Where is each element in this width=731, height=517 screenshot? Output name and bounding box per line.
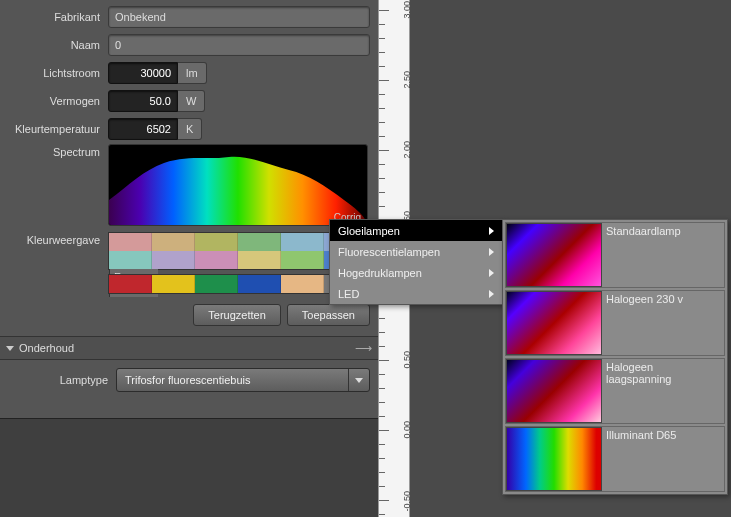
ruler-label: 0.50 bbox=[402, 351, 412, 369]
unit-vermogen: W bbox=[178, 90, 205, 112]
row-lichtstroom: Lichtstroom lm bbox=[0, 60, 378, 86]
input-vermogen[interactable] bbox=[108, 90, 178, 112]
preset-spectrum-icon bbox=[506, 223, 602, 287]
swatch bbox=[152, 233, 195, 251]
row-vermogen: Vermogen W bbox=[0, 88, 378, 114]
apply-button[interactable]: Toepassen bbox=[287, 304, 370, 326]
dropdown-icon bbox=[348, 369, 369, 391]
label-spectrum: Spectrum bbox=[0, 144, 108, 226]
preset-label: Illuminant D65 bbox=[602, 427, 724, 491]
select-lamptype-value: Trifosfor fluorescentiebuis bbox=[125, 374, 251, 386]
submenu-arrow-icon bbox=[489, 269, 494, 277]
swatch bbox=[195, 233, 238, 251]
swatch bbox=[281, 275, 324, 293]
submenu-arrow-icon bbox=[489, 290, 494, 298]
label-vermogen: Vermogen bbox=[0, 95, 108, 107]
ruler-label: 2.50 bbox=[402, 71, 412, 89]
swatch bbox=[152, 251, 195, 269]
section-title: Onderhoud bbox=[19, 342, 74, 354]
submenu-arrow-icon bbox=[489, 227, 494, 235]
label-kleurtemp: Kleurtemperatuur bbox=[0, 123, 108, 135]
submenu-gloeilampen: StandaardlampHalogeen 230 vHalogeen laag… bbox=[502, 219, 728, 495]
spectrum-preview[interactable]: Corrig bbox=[108, 144, 368, 226]
row-naam: Naam bbox=[0, 32, 378, 58]
properties-panel: Fabrikant Naam Lichtstroom lm Vermogen W… bbox=[0, 0, 379, 517]
button-row: Terugzetten Toepassen bbox=[0, 298, 378, 336]
menu-item[interactable]: Gloeilampen bbox=[330, 220, 502, 241]
spectrum-svg bbox=[109, 145, 367, 225]
input-fabrikant[interactable] bbox=[108, 6, 370, 28]
lamp-preset[interactable]: Halogeen laagspanning bbox=[505, 358, 725, 424]
swatch bbox=[109, 275, 152, 293]
swatch bbox=[238, 233, 281, 251]
swatch bbox=[195, 251, 238, 269]
lamp-preset[interactable]: Halogeen 230 v bbox=[505, 290, 725, 356]
input-naam[interactable] bbox=[108, 34, 370, 56]
input-lichtstroom[interactable] bbox=[108, 62, 178, 84]
form: Fabrikant Naam Lichtstroom lm Vermogen W… bbox=[0, 0, 378, 336]
context-menu: GloeilampenFluorescentielampenHogedrukla… bbox=[329, 219, 503, 305]
label-naam: Naam bbox=[0, 39, 108, 51]
preset-label: Halogeen laagspanning bbox=[602, 359, 724, 423]
row-spectrum: Spectrum Corrig bbox=[0, 144, 378, 226]
label-kleurweergave: Kleurweergave bbox=[0, 232, 108, 246]
row-lamptype: Lamptype Trifosfor fluorescentiebuis bbox=[0, 360, 378, 398]
swatch bbox=[238, 275, 281, 293]
swatch bbox=[238, 251, 281, 269]
empty-area bbox=[0, 418, 378, 517]
row-fabrikant: Fabrikant bbox=[0, 4, 378, 30]
select-lamptype[interactable]: Trifosfor fluorescentiebuis bbox=[116, 368, 370, 392]
preset-label: Standaardlamp bbox=[602, 223, 724, 287]
lamp-preset[interactable]: Standaardlamp bbox=[505, 222, 725, 288]
label-fabrikant: Fabrikant bbox=[0, 11, 108, 23]
preset-spectrum-icon bbox=[506, 427, 602, 491]
menu-item[interactable]: LED bbox=[330, 283, 502, 304]
preset-spectrum-icon bbox=[506, 359, 602, 423]
ruler-label: 0.00 bbox=[402, 421, 412, 439]
submenu-arrow-icon bbox=[489, 248, 494, 256]
ruler-label: 3.00 bbox=[402, 1, 412, 19]
swatch bbox=[109, 251, 152, 269]
label-lamptype: Lamptype bbox=[8, 374, 116, 386]
swatch bbox=[281, 251, 324, 269]
unit-kleurtemp: K bbox=[178, 118, 202, 140]
input-kleurtemp[interactable] bbox=[108, 118, 178, 140]
row-kleurweergave: Kleurweergave Ra 100 bbox=[0, 232, 378, 270]
preset-spectrum-icon bbox=[506, 291, 602, 355]
swatch bbox=[195, 275, 238, 293]
menu-item[interactable]: Hogedruklampen bbox=[330, 262, 502, 283]
collapse-icon bbox=[6, 346, 14, 351]
menu-item[interactable]: Fluorescentielampen bbox=[330, 241, 502, 262]
section-onderhoud-header[interactable]: Onderhoud ⟶ bbox=[0, 336, 378, 360]
swatch bbox=[281, 233, 324, 251]
preset-label: Halogeen 230 v bbox=[602, 291, 724, 355]
row-colorstrip bbox=[0, 274, 378, 294]
lamp-preset[interactable]: Illuminant D65 bbox=[505, 426, 725, 492]
row-kleurtemp: Kleurtemperatuur K bbox=[0, 116, 378, 142]
ruler-label: -0.50 bbox=[402, 491, 412, 512]
ruler-label: 2.00 bbox=[402, 141, 412, 159]
swatch bbox=[109, 233, 152, 251]
pin-icon[interactable]: ⟶ bbox=[355, 341, 372, 355]
swatch bbox=[152, 275, 195, 293]
unit-lichtstroom: lm bbox=[178, 62, 207, 84]
label-lichtstroom: Lichtstroom bbox=[0, 67, 108, 79]
reset-button[interactable]: Terugzetten bbox=[193, 304, 280, 326]
